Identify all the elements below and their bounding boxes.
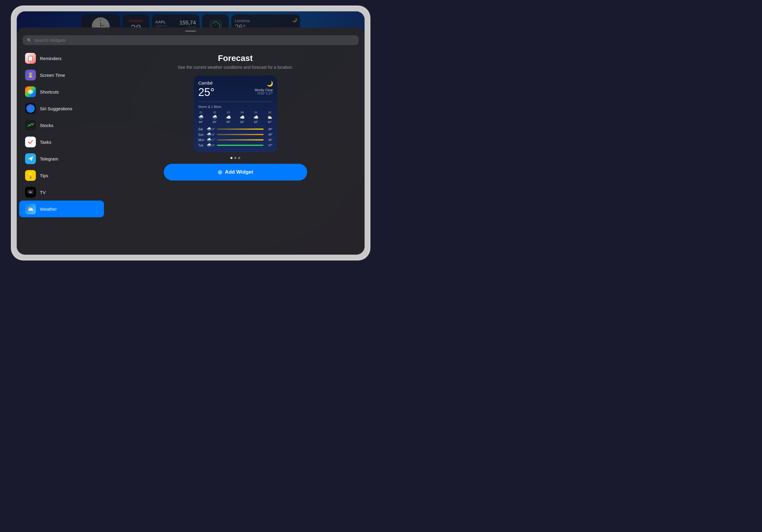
daily-row: Sat 🌧️ 19° 28° Sun 🌧️ 19°: [198, 127, 272, 147]
hour-item-2: 23 ☁️ 23°: [226, 111, 231, 123]
search-icon: 🔍: [27, 38, 32, 43]
sidebar-item-telegram[interactable]: Telegram: [19, 150, 104, 167]
weather-preview-card: Cambé 25° 🌙 Mostly Clear H:31° L:17° St: [193, 76, 277, 152]
shortcuts-icon: [25, 86, 36, 97]
tips-label: Tips: [40, 173, 48, 178]
hour-item-5: 02 ⛅ 21°: [267, 111, 272, 123]
ipad-frame: 12 3 6 9 FRIDAY 28: [11, 6, 370, 260]
tv-label: TV: [40, 190, 46, 195]
siri-label: Siri Suggestions: [40, 106, 72, 111]
svg-marker-6: [28, 89, 33, 94]
sidebar: 📋 Reminders ⏳ Screen Time: [17, 47, 107, 255]
tv-icon: tv: [25, 187, 36, 197]
reminders-label: Reminders: [40, 56, 62, 61]
sidebar-item-tv[interactable]: tv TV: [19, 184, 104, 200]
add-widget-label: Add Widget: [225, 169, 253, 175]
add-icon: ⊕: [217, 169, 223, 176]
sidebar-item-tasks[interactable]: Tasks: [19, 134, 104, 150]
daily-item-tue: Tue 🌧️ 10° 17°: [198, 143, 272, 147]
sidebar-item-tips[interactable]: 💡 Tips: [19, 167, 104, 184]
condition-right: 🌙 Mostly Clear H:31° L:17°: [255, 80, 273, 95]
add-widget-button[interactable]: ⊕ Add Widget: [164, 164, 307, 181]
hourly-row: 21 🌧️ 24° 22 🌧️ 23° 23: [198, 111, 272, 123]
pagination-dots: [230, 157, 240, 159]
hour-item-0: 21 🌧️ 24°: [198, 111, 203, 123]
weather-label: Weather: [40, 206, 57, 212]
search-bar-container: 🔍: [17, 32, 364, 47]
sidebar-item-shortcuts[interactable]: Shortcuts: [19, 83, 104, 100]
sidebar-item-reminders[interactable]: 📋 Reminders: [19, 50, 104, 67]
reminders-icon: 📋: [25, 53, 36, 64]
hour-item-3: 00 ☁️ 22°: [240, 111, 245, 123]
dot-1: [230, 157, 233, 159]
screen-time-label: Screen Time: [40, 73, 65, 78]
sidebar-item-siri[interactable]: Siri Suggestions: [19, 100, 104, 117]
preview-moon: 🌙: [255, 80, 273, 87]
dot-2: [234, 157, 236, 159]
stocks-icon: [25, 120, 36, 131]
modal-panel: 🔍 📋 Reminders ⏳ Screen Time: [17, 28, 364, 255]
modal-overlay: 🔍 📋 Reminders ⏳ Screen Time: [17, 11, 364, 255]
sidebar-item-screen-time[interactable]: ⏳ Screen Time: [19, 67, 104, 83]
svg-text:tv: tv: [29, 191, 32, 194]
modal-content: 📋 Reminders ⏳ Screen Time: [17, 47, 364, 255]
telegram-icon: [25, 153, 36, 164]
sidebar-item-stocks[interactable]: Stocks: [19, 117, 104, 134]
widget-title: Forecast: [218, 53, 253, 63]
sidebar-item-weather[interactable]: ⛅ Weather: [19, 200, 104, 217]
widget-subtitle: See the current weather conditions and f…: [178, 65, 293, 70]
tasks-label: Tasks: [40, 140, 51, 145]
divider: [198, 102, 272, 102]
search-bar[interactable]: 🔍: [23, 35, 358, 45]
screen-time-icon: ⏳: [25, 70, 36, 80]
daily-item-sun: Sun 🌧️ 19° 29°: [198, 132, 272, 137]
search-input[interactable]: [35, 38, 354, 43]
storm-label: Storm & 1 More: [198, 105, 272, 109]
daily-item-mon: Mon 🌧️ 17° 26°: [198, 138, 272, 142]
ipad-screen: 12 3 6 9 FRIDAY 28: [17, 11, 364, 255]
dot-3: [238, 157, 240, 159]
siri-icon: [25, 103, 36, 114]
weather-icon: ⛅: [25, 203, 36, 214]
hour-item-1: 22 🌧️ 23°: [212, 111, 217, 123]
daily-item-sat: Sat 🌧️ 19° 28°: [198, 127, 272, 131]
right-panel: Forecast See the current weather conditi…: [107, 47, 364, 255]
stocks-label: Stocks: [40, 123, 53, 128]
hour-item-4: 01 ☁️ 22°: [254, 111, 259, 123]
telegram-label: Telegram: [40, 156, 58, 161]
preview-hl: H:31° L:17°: [255, 92, 273, 95]
shortcuts-label: Shortcuts: [40, 89, 59, 95]
preview-condition: Mostly Clear: [255, 88, 273, 92]
tips-icon: 💡: [25, 170, 36, 181]
tasks-icon: [25, 137, 36, 147]
